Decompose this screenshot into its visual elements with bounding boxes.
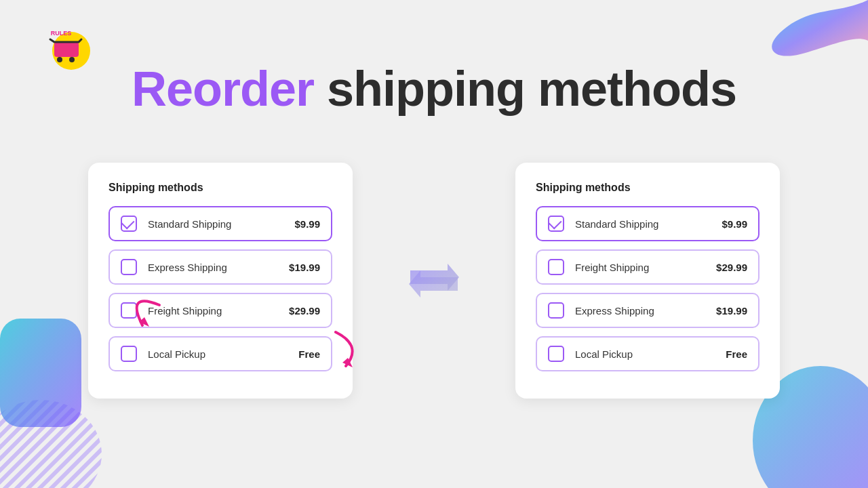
right-price-local: Free	[726, 348, 747, 360]
left-row-local[interactable]: Local Pickup Free	[108, 336, 332, 371]
right-row-freight[interactable]: Freight Shipping $29.99	[536, 249, 760, 285]
right-row-express[interactable]: Express Shipping $19.99	[536, 293, 760, 328]
right-checkbox-freight[interactable]	[548, 259, 564, 275]
page-title: Reorder shipping methods	[0, 61, 868, 117]
title-shipping: shipping methods	[314, 62, 736, 116]
right-checkbox-local[interactable]	[548, 346, 564, 362]
left-price-local: Free	[298, 348, 320, 360]
left-panel-title: Shipping methods	[108, 182, 332, 194]
right-checkbox-express[interactable]	[548, 302, 564, 319]
svg-text:RULES: RULES	[51, 30, 72, 37]
left-price-express: $19.99	[289, 262, 320, 273]
right-name-freight: Freight Shipping	[575, 262, 716, 273]
title-reorder: Reorder	[132, 62, 314, 116]
left-checkbox-freight[interactable]	[121, 302, 137, 319]
right-row-local[interactable]: Local Pickup Free	[536, 336, 760, 371]
right-panel: Shipping methods Standard Shipping $9.99…	[515, 163, 780, 399]
right-name-express: Express Shipping	[575, 305, 716, 317]
left-checkbox-standard[interactable]	[121, 216, 137, 232]
left-row-express[interactable]: Express Shipping $19.99	[108, 249, 332, 285]
left-price-standard: $9.99	[294, 218, 320, 230]
left-name-standard: Standard Shipping	[148, 218, 294, 230]
swap-arrows-container	[400, 257, 468, 304]
right-price-standard: $9.99	[722, 218, 747, 230]
left-row-freight[interactable]: Freight Shipping $29.99	[108, 293, 332, 328]
right-price-express: $19.99	[716, 305, 747, 317]
left-row-standard[interactable]: Standard Shipping $9.99	[108, 206, 332, 241]
left-checkbox-express[interactable]	[121, 259, 137, 275]
right-panel-title: Shipping methods	[536, 182, 760, 194]
svg-rect-5	[54, 42, 79, 57]
left-checkbox-local[interactable]	[121, 346, 137, 362]
svg-rect-3	[0, 319, 81, 427]
swap-arrows-icon	[403, 257, 465, 304]
right-price-freight: $29.99	[716, 262, 747, 273]
left-panel: Shipping methods Standard Shipping $9.99…	[88, 163, 353, 399]
left-price-freight: $29.99	[289, 305, 320, 317]
panels-container: Shipping methods Standard Shipping $9.99…	[88, 163, 780, 399]
left-name-freight: Freight Shipping	[148, 305, 289, 317]
right-row-standard[interactable]: Standard Shipping $9.99	[536, 206, 760, 241]
right-checkbox-standard[interactable]	[548, 216, 564, 232]
right-name-standard: Standard Shipping	[575, 218, 722, 230]
left-name-express: Express Shipping	[148, 262, 289, 273]
right-name-local: Local Pickup	[575, 348, 726, 360]
left-name-local: Local Pickup	[148, 348, 298, 360]
